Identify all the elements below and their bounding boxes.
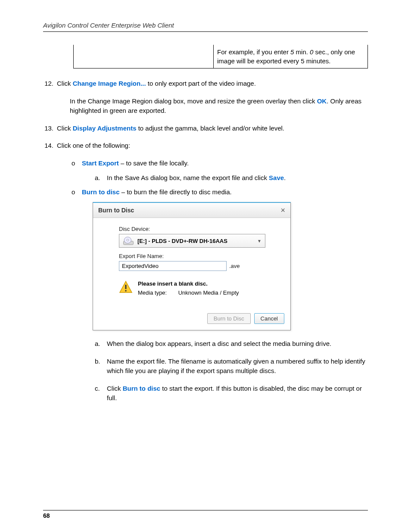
text: min. xyxy=(294,48,310,56)
text: – to save the file locally. xyxy=(119,159,189,167)
text: . xyxy=(284,174,286,181)
filename-label: Export File Name: xyxy=(119,253,277,259)
bullet: o xyxy=(70,159,82,168)
page-number: 68 xyxy=(43,512,50,519)
step-12-detail: In the Change Image Region dialog box, m… xyxy=(70,96,368,116)
dialog: Burn to Disc × Disc Device: [E:] - PLDS … xyxy=(93,202,291,330)
close-icon[interactable]: × xyxy=(280,206,285,214)
text: Click xyxy=(57,80,73,87)
sub-start-export: o Start Export – to save the file locall… xyxy=(70,159,368,168)
step-12: 12. Click Change Image Region... to only… xyxy=(43,79,368,89)
sub-a-save-as: a. In the Save As dialog box, name the e… xyxy=(95,173,368,183)
table-cell-empty xyxy=(73,45,213,68)
burn-to-disc-button[interactable]: Burn to Disc xyxy=(207,313,251,324)
svg-rect-4 xyxy=(125,285,127,289)
step-number: 14. xyxy=(43,141,57,151)
table-row: For example, if you enter 5 min. 0 sec.,… xyxy=(73,45,368,68)
marker: c. xyxy=(95,384,107,403)
filename-input[interactable] xyxy=(119,261,227,271)
marker: b. xyxy=(95,357,107,376)
page-footer: 68 xyxy=(43,510,368,519)
running-header: Avigilon Control Center Enterprise Web C… xyxy=(43,22,368,32)
sub-b-name-file: b. Name the export file. The filename is… xyxy=(95,357,368,376)
bullet: o xyxy=(70,187,82,197)
link-change-image-region[interactable]: Change Image Region... xyxy=(73,80,146,87)
marker: a. xyxy=(95,339,107,349)
text: Name the export file. The filename is au… xyxy=(107,357,368,376)
link-ok[interactable]: OK xyxy=(317,97,327,105)
warning-title: Please insert a blank disc. xyxy=(138,280,239,287)
link-burn-to-disc-inline[interactable]: Burn to disc xyxy=(123,385,161,392)
text: In the Save As dialog box, name the expo… xyxy=(107,174,269,181)
svg-point-2 xyxy=(127,239,129,241)
text: Click one of the following: xyxy=(57,141,368,151)
step-number: 12. xyxy=(43,79,57,89)
sub-a-insert-disc: a. When the dialog box appears, insert a… xyxy=(95,339,368,349)
dialog-titlebar: Burn to Disc × xyxy=(93,203,290,218)
file-extension: .ave xyxy=(229,263,240,269)
text: Click xyxy=(57,124,73,132)
dropdown-caret-icon: ▼ xyxy=(257,239,262,243)
text: to adjust the gamma, black level and/or … xyxy=(136,124,284,132)
text: – to burn the file directly to disc medi… xyxy=(120,188,232,196)
disc-device-value: [E:] - PLDS - DVD+-RW DH-16AAS xyxy=(137,238,254,244)
burn-to-disc-dialog-screenshot: Burn to Disc × Disc Device: [E:] - PLDS … xyxy=(93,202,368,330)
link-start-export[interactable]: Start Export xyxy=(82,159,119,167)
text: Click xyxy=(107,385,123,392)
marker: a. xyxy=(95,173,107,183)
media-type-label: Media type: xyxy=(138,289,177,296)
step-14: 14. Click one of the following: xyxy=(43,141,368,151)
text: When the dialog box appears, insert a di… xyxy=(107,339,368,349)
text: For example, if you enter xyxy=(217,48,290,56)
step-13: 13. Click Display Adjustments to adjust … xyxy=(43,124,368,134)
disc-drive-icon xyxy=(123,236,134,246)
disc-device-select[interactable]: [E:] - PLDS - DVD+-RW DH-16AAS ▼ xyxy=(119,234,265,248)
cancel-button[interactable]: Cancel xyxy=(254,313,284,324)
sub-c-click-burn: c. Click Burn to disc to start the expor… xyxy=(95,384,368,403)
link-burn-to-disc[interactable]: Burn to disc xyxy=(82,188,120,196)
link-display-adjustments[interactable]: Display Adjustments xyxy=(73,124,137,132)
media-type-value: Unknown Media / Empty xyxy=(178,289,239,296)
disc-device-label: Disc Device: xyxy=(119,226,277,232)
sub-burn-to-disc: o Burn to disc – to burn the file direct… xyxy=(70,187,368,197)
link-save[interactable]: Save xyxy=(269,174,284,181)
warning-icon xyxy=(119,280,133,294)
table-cell-example: For example, if you enter 5 min. 0 sec.,… xyxy=(213,45,368,68)
text: to only export part of the video image. xyxy=(146,80,256,87)
dialog-title: Burn to Disc xyxy=(98,207,134,214)
step-number: 13. xyxy=(43,124,57,134)
svg-point-5 xyxy=(125,290,127,292)
text: In the Change Image Region dialog box, m… xyxy=(70,97,317,105)
